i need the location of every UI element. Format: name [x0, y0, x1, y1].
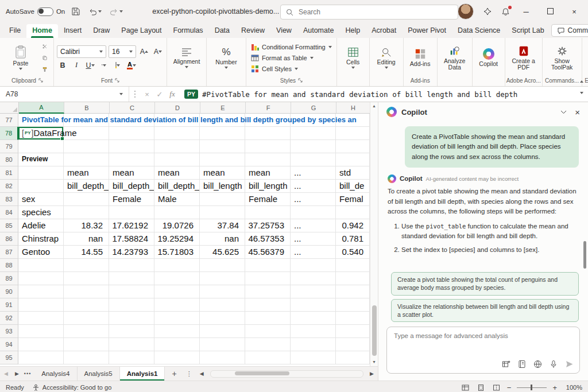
prompt-library-button[interactable]: [502, 360, 510, 368]
alignment-button[interactable]: Alignment: [170, 46, 203, 69]
grid-cell[interactable]: Female: [245, 193, 291, 206]
select-all-corner[interactable]: [0, 102, 19, 114]
grid-cell[interactable]: [336, 298, 370, 312]
save-button[interactable]: [69, 5, 82, 18]
grid-cell[interactable]: [245, 153, 291, 166]
cells-button[interactable]: Cells: [340, 45, 366, 70]
sheet-nav-right-icon[interactable]: ▶: [13, 371, 21, 377]
grid-cell[interactable]: [200, 338, 245, 351]
row-header[interactable]: 95: [0, 351, 18, 364]
grid-cell[interactable]: 15.71803: [154, 246, 200, 259]
grid-cell[interactable]: sex: [18, 193, 64, 206]
row-header[interactable]: 89: [0, 272, 18, 285]
grid-cell[interactable]: 14.55: [64, 246, 109, 259]
row-header[interactable]: 80: [0, 153, 18, 166]
grid-cell[interactable]: [154, 272, 200, 285]
grid-cell[interactable]: [64, 312, 109, 325]
grid-cell[interactable]: [336, 153, 370, 166]
grid-cell[interactable]: [291, 153, 336, 166]
column-header[interactable]: E: [200, 102, 246, 114]
grid-cell[interactable]: bill_depth_: [154, 180, 200, 193]
fill-color-button[interactable]: [112, 60, 123, 71]
grid-cell[interactable]: [18, 166, 64, 180]
row-header[interactable]: 87: [0, 246, 18, 259]
grow-font-button[interactable]: A: [138, 46, 150, 57]
bold-button[interactable]: B: [57, 60, 68, 71]
grid-cell[interactable]: Gentoo: [18, 246, 64, 259]
grid-cell[interactable]: bill_length: [200, 180, 245, 193]
row-header[interactable]: 91: [0, 298, 18, 312]
zoom-slider-thumb[interactable]: [531, 385, 532, 390]
copilot-message-input[interactable]: [393, 332, 579, 340]
dialog-launcher-icon[interactable]: [115, 78, 119, 83]
copilot-suggestion[interactable]: Create a pivot table showing the total c…: [391, 272, 579, 295]
chevron-down-icon[interactable]: [560, 110, 567, 114]
tab-view[interactable]: View: [270, 24, 297, 38]
grid-cell[interactable]: [291, 285, 336, 298]
grid-cell[interactable]: [109, 206, 154, 219]
user-avatar[interactable]: [458, 3, 474, 20]
tab-file[interactable]: File: [3, 24, 26, 38]
grid-cell[interactable]: PivotTable for mean and standard deviati…: [18, 114, 64, 127]
row-header[interactable]: 92: [0, 312, 18, 325]
insert-function-button[interactable]: fx: [166, 90, 179, 99]
grid-cell[interactable]: [291, 351, 336, 364]
search-input[interactable]: [297, 7, 426, 17]
grid-cell[interactable]: [64, 140, 109, 153]
grid-cell[interactable]: 19.25294: [154, 232, 200, 246]
minimize-button[interactable]: ─: [518, 5, 534, 18]
row-header[interactable]: 84: [0, 206, 18, 219]
column-header[interactable]: G: [291, 102, 336, 114]
close-button[interactable]: ×: [566, 5, 582, 18]
tab-formulas[interactable]: Formulas: [168, 24, 209, 38]
grid-cell[interactable]: [245, 140, 291, 153]
dialog-launcher-icon[interactable]: [298, 78, 303, 83]
conditional-formatting-button[interactable]: Conditional Formatting: [249, 42, 334, 52]
grid-cell[interactable]: [64, 193, 109, 206]
tab-review[interactable]: Review: [235, 24, 270, 38]
italic-button[interactable]: I: [71, 60, 82, 71]
grid-cell[interactable]: [291, 206, 336, 219]
sheet-tab-analysis4[interactable]: Analysis4: [34, 367, 77, 381]
grid-cell[interactable]: [291, 259, 336, 272]
grid-cell[interactable]: [109, 312, 154, 325]
grid-cell[interactable]: [291, 140, 336, 153]
grid-cell[interactable]: [154, 206, 200, 219]
grid-cell[interactable]: [109, 259, 154, 272]
grid-cell[interactable]: mean: [200, 166, 245, 180]
grid-cell[interactable]: [336, 285, 370, 298]
addins-button[interactable]: Add-ins: [407, 47, 434, 68]
autosave-toggle[interactable]: AutoSave On: [6, 7, 65, 16]
excel-labs-button[interactable]: Excel Labs: [585, 44, 588, 72]
name-box[interactable]: A78: [0, 87, 129, 102]
grid-cell[interactable]: [200, 298, 245, 312]
grid-cell[interactable]: [154, 338, 200, 351]
copilot-input-box[interactable]: [386, 327, 580, 374]
grid-cell[interactable]: [109, 298, 154, 312]
send-button[interactable]: [565, 360, 574, 368]
grid-cell[interactable]: mean: [64, 166, 109, 180]
grid-cell[interactable]: [200, 285, 245, 298]
add-sheet-button[interactable]: +: [168, 369, 180, 378]
analyze-data-button[interactable]: Analyze Data: [440, 44, 469, 72]
row-header[interactable]: 86: [0, 232, 18, 246]
tab-draw[interactable]: Draw: [87, 24, 115, 38]
row-header[interactable]: 78: [0, 127, 18, 140]
grid-cell[interactable]: [109, 140, 154, 153]
microphone-button[interactable]: [550, 360, 558, 368]
grid-cell[interactable]: 45.56379: [245, 246, 291, 259]
grid-cell[interactable]: [18, 180, 64, 193]
grid-cell[interactable]: 0.540: [336, 246, 370, 259]
sheet-nav-left-icon[interactable]: ◀: [2, 371, 10, 377]
grid-cell[interactable]: [154, 140, 200, 153]
grid-cell[interactable]: 14.23793: [109, 246, 154, 259]
sheet-tab-analysis5[interactable]: Analysis5: [78, 367, 120, 381]
sheet-overflow-icon[interactable]: •••: [24, 371, 31, 377]
row-header[interactable]: 85: [0, 219, 18, 232]
grid-cell[interactable]: ...: [291, 246, 336, 259]
grid-cell[interactable]: [64, 351, 109, 364]
grid-cell[interactable]: [64, 153, 109, 166]
grid-cell[interactable]: 0.942: [336, 219, 370, 232]
tab-script-lab[interactable]: Script Lab: [506, 24, 550, 38]
normal-view-button[interactable]: [461, 383, 470, 392]
